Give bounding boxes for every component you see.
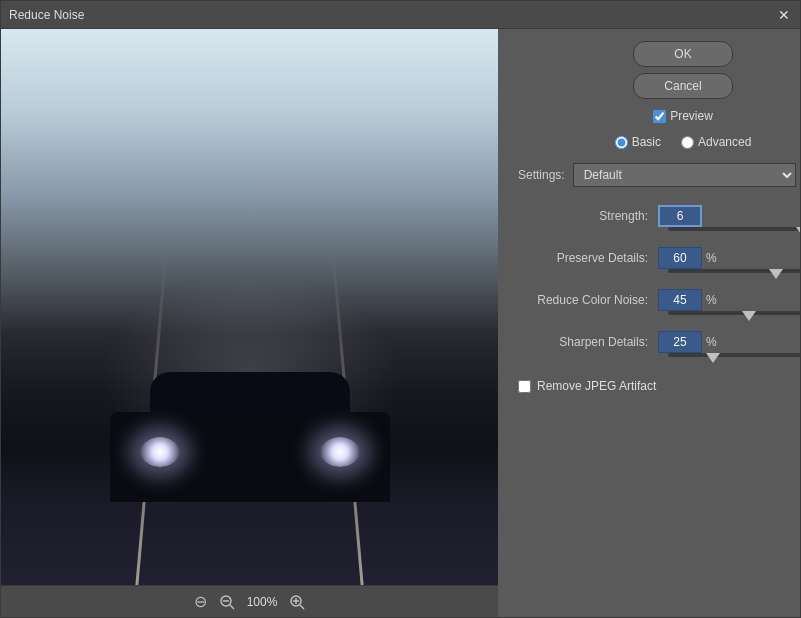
sharpen-details-slider-row: Sharpen Details: % — [518, 331, 800, 359]
svg-line-4 — [300, 605, 304, 609]
jpeg-artifact-label: Remove JPEG Artifact — [537, 379, 656, 393]
preview-image — [1, 29, 498, 585]
basic-radio[interactable] — [615, 136, 628, 149]
sharpen-details-pct: % — [706, 335, 717, 349]
jpeg-artifact-row: Remove JPEG Artifact — [518, 379, 800, 393]
ok-button[interactable]: OK — [633, 41, 733, 67]
zoom-in-icon-svg[interactable] — [289, 594, 305, 610]
sharpen-details-track[interactable] — [668, 353, 800, 357]
basic-radio-item: Basic — [615, 135, 661, 149]
sharpen-details-top-row: Sharpen Details: % — [518, 331, 800, 353]
sharpen-details-label: Sharpen Details: — [518, 335, 658, 349]
advanced-radio-item: Advanced — [681, 135, 751, 149]
sharpen-details-thumb[interactable] — [706, 353, 720, 363]
preserve-details-top-row: Preserve Details: % — [518, 247, 800, 269]
headlight-right — [320, 437, 360, 467]
preview-checkbox-wrap: Preview — [653, 109, 713, 123]
jpeg-artifact-checkbox[interactable] — [518, 380, 531, 393]
strength-label: Strength: — [518, 209, 658, 223]
zoom-out-icon-svg[interactable] — [219, 594, 235, 610]
strength-slider-row: Strength: — [518, 205, 800, 233]
settings-select[interactable]: Default Custom — [573, 163, 796, 187]
preserve-details-track[interactable] — [668, 269, 800, 273]
preserve-details-pct: % — [706, 251, 717, 265]
svg-line-1 — [230, 605, 234, 609]
reduce-noise-dialog: Reduce Noise ✕ ⊖ — [0, 0, 801, 618]
strength-input[interactable] — [658, 205, 702, 227]
preserve-details-track-wrap — [518, 269, 800, 275]
car-silhouette — [110, 342, 390, 502]
advanced-radio[interactable] — [681, 136, 694, 149]
dialog-body: ⊖ 100% OK Cancel — [1, 29, 800, 617]
sharpen-details-input[interactable] — [658, 331, 702, 353]
basic-label: Basic — [632, 135, 661, 149]
strength-track-wrap — [518, 227, 800, 233]
zoom-percent: 100% — [247, 595, 278, 609]
preview-label: Preview — [670, 109, 713, 123]
mode-radio-row: Basic Advanced — [518, 135, 800, 149]
close-button[interactable]: ✕ — [776, 7, 792, 23]
preserve-details-thumb[interactable] — [769, 269, 783, 279]
zoom-out-icon[interactable]: ⊖ — [194, 592, 207, 611]
title-bar: Reduce Noise ✕ — [1, 1, 800, 29]
controls-panel: OK Cancel Preview Basic Advanced — [498, 29, 800, 617]
reduce-color-noise-track-wrap — [518, 311, 800, 317]
reduce-color-noise-input[interactable] — [658, 289, 702, 311]
preview-row: Preview — [518, 109, 800, 123]
reduce-color-noise-slider-row: Reduce Color Noise: % — [518, 289, 800, 317]
reduce-color-noise-thumb[interactable] — [742, 311, 756, 321]
preserve-details-input[interactable] — [658, 247, 702, 269]
action-buttons: OK Cancel — [518, 41, 800, 99]
reduce-color-noise-label: Reduce Color Noise: — [518, 293, 658, 307]
image-canvas — [1, 29, 498, 585]
preserve-details-slider-row: Preserve Details: % — [518, 247, 800, 275]
preview-checkbox[interactable] — [653, 110, 666, 123]
preserve-details-label: Preserve Details: — [518, 251, 658, 265]
reduce-color-noise-track[interactable] — [668, 311, 800, 315]
strength-top-row: Strength: — [518, 205, 800, 227]
reduce-color-noise-top-row: Reduce Color Noise: % — [518, 289, 800, 311]
strength-track[interactable] — [668, 227, 800, 231]
sharpen-details-track-wrap — [518, 353, 800, 359]
preserve-details-input-wrap: % — [658, 247, 717, 269]
reduce-color-noise-pct: % — [706, 293, 717, 307]
advanced-label: Advanced — [698, 135, 751, 149]
headlight-left — [140, 437, 180, 467]
dialog-title: Reduce Noise — [9, 8, 84, 22]
zoom-bar: ⊖ 100% — [1, 585, 498, 617]
strength-thumb[interactable] — [796, 227, 800, 237]
strength-input-wrap — [658, 205, 702, 227]
reduce-color-noise-input-wrap: % — [658, 289, 717, 311]
sharpen-details-input-wrap: % — [658, 331, 717, 353]
settings-label: Settings: — [518, 168, 565, 182]
cancel-button[interactable]: Cancel — [633, 73, 733, 99]
preview-panel: ⊖ 100% — [1, 29, 498, 617]
settings-row: Settings: Default Custom — [518, 163, 800, 187]
